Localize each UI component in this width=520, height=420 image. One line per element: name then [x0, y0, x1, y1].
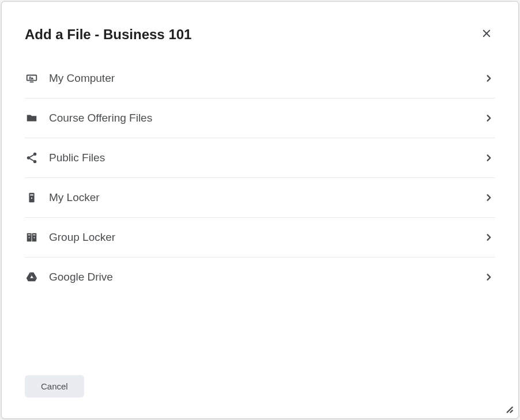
svg-point-8	[31, 198, 32, 199]
source-item-google-drive[interactable]: Google Drive	[25, 258, 495, 297]
source-label: My Computer	[49, 72, 483, 85]
cancel-button[interactable]: Cancel	[25, 375, 84, 398]
chevron-right-icon	[483, 231, 495, 244]
svg-point-2	[29, 77, 31, 78]
folder-icon	[25, 111, 39, 125]
source-item-public-files[interactable]: Public Files	[25, 138, 495, 178]
source-label: Course Offering Files	[49, 112, 483, 124]
chevron-right-icon	[483, 112, 495, 124]
svg-line-16	[510, 410, 512, 412]
google-drive-icon	[25, 270, 39, 284]
chevron-right-icon	[483, 271, 495, 283]
dialog-title: Add a File - Business 101	[25, 27, 191, 43]
svg-rect-7	[30, 195, 33, 196]
source-item-my-computer[interactable]: My Computer	[25, 61, 495, 99]
close-icon	[481, 28, 492, 40]
svg-point-5	[33, 160, 37, 164]
source-item-group-locker[interactable]: Group Locker	[25, 218, 495, 258]
resize-handle[interactable]	[503, 403, 514, 414]
dialog-footer: Cancel	[2, 375, 518, 418]
source-item-my-locker[interactable]: My Locker	[25, 178, 495, 218]
dialog-header: Add a File - Business 101	[2, 2, 518, 61]
chevron-right-icon	[483, 152, 495, 164]
svg-point-3	[33, 153, 37, 156]
svg-point-4	[27, 156, 31, 160]
source-label: Public Files	[49, 152, 483, 164]
group-locker-icon	[25, 230, 39, 244]
add-file-dialog: Add a File - Business 101 My Computer	[1, 1, 519, 419]
chevron-right-icon	[483, 72, 495, 85]
svg-point-13	[29, 237, 30, 239]
file-source-list: My Computer Course Offering Files	[2, 61, 518, 375]
svg-rect-11	[28, 234, 31, 235]
svg-point-14	[33, 237, 35, 239]
computer-icon	[25, 71, 39, 85]
share-icon	[25, 151, 39, 165]
source-item-course-offering-files[interactable]: Course Offering Files	[25, 99, 495, 138]
source-label: Google Drive	[49, 271, 483, 283]
svg-rect-12	[33, 234, 35, 235]
source-label: My Locker	[49, 191, 483, 204]
source-label: Group Locker	[49, 231, 483, 244]
chevron-right-icon	[483, 191, 495, 204]
close-button[interactable]	[478, 25, 495, 44]
locker-icon	[25, 191, 39, 205]
